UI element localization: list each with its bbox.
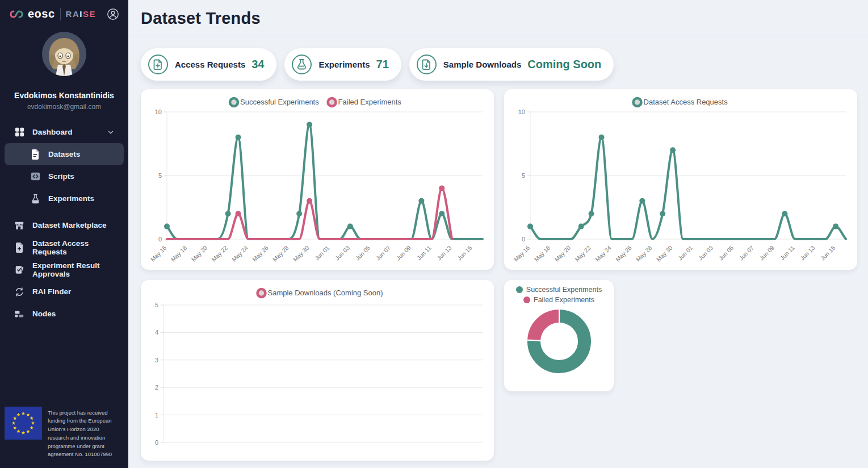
- stat-value: Coming Soon: [527, 58, 601, 71]
- stat-value: 34: [251, 58, 264, 71]
- legend-item[interactable]: Sample Downloads (Coming Soon): [258, 289, 383, 297]
- legend-item-successful-experiments[interactable]: Successful Experiments: [516, 286, 602, 294]
- svg-text:Jun 11: Jun 11: [416, 244, 433, 261]
- svg-text:5: 5: [155, 302, 158, 308]
- svg-text:Jun 03: Jun 03: [333, 244, 351, 262]
- eosc-logo-icon: [9, 10, 24, 19]
- x-axis-labels: May 16May 18May 20May 22May 24May 26May …: [513, 244, 837, 263]
- legend-item[interactable]: Failed Experiments: [328, 98, 402, 106]
- data-point: [307, 198, 312, 204]
- line-series: [167, 188, 452, 239]
- flask-icon: [291, 54, 312, 75]
- sidebar-item-label: Dataset Marketplace: [32, 221, 107, 229]
- clipboard-check-icon: [14, 264, 25, 275]
- sidebar-item-label: RAI Finder: [32, 287, 71, 296]
- data-point: [307, 122, 312, 127]
- account-icon[interactable]: [107, 8, 119, 20]
- stat-value: 71: [376, 58, 389, 71]
- user-name: Evdokimos Konstantinidis: [0, 91, 128, 100]
- sample-downloads-line-chart-card: 012345Sample Downloads (Coming Soon): [141, 280, 494, 461]
- sidebar-item-rai-finder[interactable]: RAI Finder: [5, 281, 124, 303]
- svg-text:May 18: May 18: [169, 244, 188, 263]
- axis: 0510: [518, 108, 846, 243]
- legend-label: Failed Experiments: [534, 296, 594, 304]
- svg-text:May 22: May 22: [210, 244, 229, 263]
- stat-label: Access Requests: [175, 60, 245, 69]
- svg-text:May 16: May 16: [513, 244, 531, 263]
- access-requests-line-chart: 0510May 16May 18May 20May 22May 24May 26…: [510, 94, 852, 264]
- sidebar-item-dataset-marketplace[interactable]: Dataset Marketplace: [5, 214, 124, 236]
- sidebar: eosc RAISE: [0, 0, 128, 468]
- sidebar-item-experiments[interactable]: Experiments: [5, 187, 124, 210]
- logo-eosc-text: eosc: [28, 7, 55, 20]
- charts-grid: 0510May 16May 18May 20May 22May 24May 26…: [141, 89, 857, 461]
- line-series: [530, 137, 846, 239]
- sidebar-item-dataset-access-requests[interactable]: Dataset Access Requests: [5, 236, 124, 258]
- document-plus-icon: [14, 242, 25, 253]
- svg-text:3: 3: [155, 357, 158, 363]
- page-header: Dataset Trends: [128, 0, 868, 36]
- stat-card-experiments[interactable]: Experiments 71: [284, 48, 401, 81]
- svg-text:Jun 13: Jun 13: [799, 244, 816, 262]
- data-point: [639, 198, 645, 204]
- svg-text:10: 10: [155, 108, 162, 115]
- svg-text:May 20: May 20: [190, 244, 208, 263]
- donut-slice: [527, 309, 559, 341]
- stat-label: Experiments: [318, 60, 370, 69]
- stat-card-sample-downloads[interactable]: Sample Downloads Coming Soon: [409, 48, 614, 81]
- access-requests-line-chart-card: 0510May 16May 18May 20May 22May 24May 26…: [504, 89, 857, 270]
- legend-item[interactable]: Successful Experiments: [230, 98, 319, 106]
- sidebar-item-label: Experiment Result Approvals: [32, 261, 115, 278]
- svg-text:Jun 11: Jun 11: [779, 244, 796, 261]
- sidebar-item-nodes[interactable]: Nodes: [5, 303, 124, 325]
- logo-raise-text: RAISE: [66, 9, 96, 19]
- svg-text:Jun 05: Jun 05: [717, 244, 735, 262]
- stat-card-access-requests[interactable]: Access Requests 34: [141, 48, 276, 81]
- data-point: [782, 211, 787, 216]
- sidebar-item-label: Experiments: [48, 194, 94, 203]
- svg-text:May 24: May 24: [594, 244, 613, 263]
- svg-text:0: 0: [155, 439, 158, 446]
- flask-icon: [30, 193, 41, 204]
- avatar[interactable]: [42, 32, 86, 76]
- legend-marker: [516, 286, 523, 293]
- svg-text:4: 4: [155, 329, 158, 336]
- svg-text:Successful Experiments: Successful Experiments: [240, 98, 319, 106]
- data-point: [164, 224, 170, 229]
- svg-text:Failed Experiments: Failed Experiments: [338, 98, 402, 106]
- data-point: [589, 211, 594, 216]
- x-axis-labels: May 16May 18May 20May 22May 24May 26May …: [149, 244, 473, 263]
- legend-item[interactable]: Dataset Access Requests: [634, 98, 728, 106]
- sidebar-header: eosc RAISE: [0, 0, 128, 24]
- svg-text:May 24: May 24: [230, 244, 249, 263]
- stat-cards-row: Access Requests 34 Experiments 71 Sample…: [141, 48, 857, 81]
- legend-item-failed-experiments[interactable]: Failed Experiments: [523, 296, 594, 304]
- svg-text:5: 5: [158, 172, 162, 179]
- svg-text:May 28: May 28: [635, 244, 653, 263]
- data-point: [347, 224, 353, 229]
- svg-text:Jun 15: Jun 15: [819, 244, 837, 262]
- sidebar-item-label: Dashboard: [32, 128, 73, 136]
- data-point: [236, 135, 241, 140]
- logo-divider: [60, 8, 61, 20]
- svg-text:Jun 09: Jun 09: [758, 244, 775, 262]
- data-point: [833, 224, 838, 229]
- svg-text:May 26: May 26: [614, 244, 633, 263]
- sidebar-item-dashboard[interactable]: Dashboard: [5, 121, 124, 143]
- axis: 012345: [155, 302, 483, 446]
- app-root: eosc RAISE: [0, 0, 868, 468]
- svg-text:2: 2: [155, 384, 158, 391]
- svg-text:Sample Downloads (Coming Soon): Sample Downloads (Coming Soon): [268, 289, 383, 297]
- sidebar-item-datasets[interactable]: Datasets: [5, 143, 124, 165]
- data-point: [670, 147, 676, 153]
- sidebar-nav: Dashboard Datasets Scripts: [0, 121, 128, 325]
- page-title: Dataset Trends: [141, 9, 868, 28]
- sidebar-item-experiment-result-approvals[interactable]: Experiment Result Approvals: [5, 258, 124, 281]
- sync-arrows-icon: [14, 286, 25, 298]
- eosc-raise-logo[interactable]: eosc RAISE: [9, 7, 96, 20]
- sidebar-item-scripts[interactable]: Scripts: [5, 165, 124, 187]
- sample-downloads-line-chart: 012345Sample Downloads (Coming Soon): [146, 285, 488, 455]
- svg-text:May 28: May 28: [271, 244, 290, 263]
- legend-marker: [523, 296, 530, 303]
- funding-text: This project has received funding from t…: [48, 407, 121, 459]
